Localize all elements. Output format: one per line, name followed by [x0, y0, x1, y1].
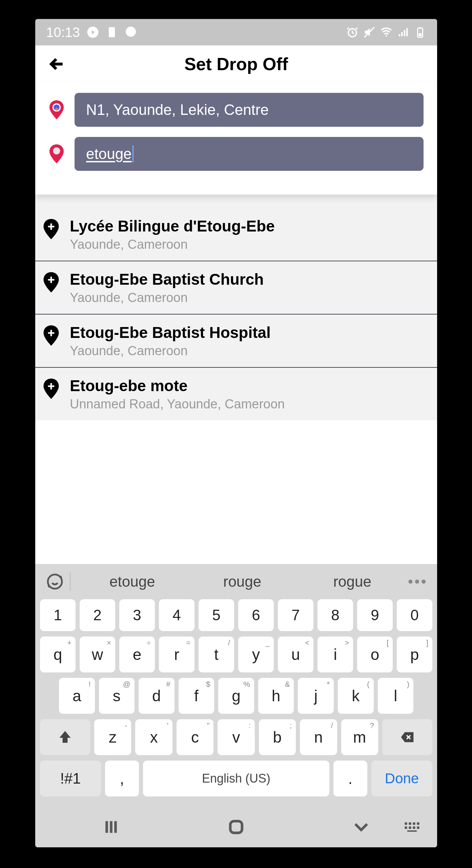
signal-icon: [397, 26, 409, 38]
music-icon: [87, 26, 99, 38]
keyboard-row-bottom: !#1 , English (US) . Done: [35, 761, 437, 807]
suggestion-item[interactable]: Etoug-Ebe Baptist Church Yaounde, Camero…: [35, 261, 437, 315]
key-r[interactable]: =r: [159, 637, 194, 672]
key-space[interactable]: English (US): [143, 761, 329, 796]
nav-back-button[interactable]: [348, 817, 375, 837]
key-3[interactable]: 3: [119, 599, 155, 631]
key-shift[interactable]: [40, 719, 90, 755]
key-u[interactable]: <u: [278, 637, 313, 672]
key-d[interactable]: #d: [139, 678, 175, 714]
alarm-icon: [346, 26, 358, 38]
svg-rect-7: [419, 27, 421, 28]
suggestion-title: Etoug-Ebe Baptist Church: [70, 270, 264, 288]
suggestion-text: Lycée Bilingue d'Etoug-Ebe Yaounde, Came…: [70, 217, 275, 252]
svg-point-5: [386, 35, 387, 37]
keyboard-row-2: !a @s #d $f %g &h *j (k )l: [35, 678, 437, 714]
keyboard-row-3: -z 'x "c :v ;b /n ?m: [35, 719, 437, 755]
key-5[interactable]: 5: [199, 599, 234, 631]
key-m[interactable]: ?m: [341, 719, 378, 755]
nav-recents-button[interactable]: [98, 817, 125, 837]
android-nav-bar: [35, 807, 437, 847]
suggestion-text: Etoug-ebe mote Unnamed Road, Yaounde, Ca…: [70, 377, 285, 411]
key-c[interactable]: "c: [177, 719, 213, 755]
key-n[interactable]: /n: [300, 719, 337, 755]
key-8[interactable]: 8: [317, 599, 353, 631]
back-button[interactable]: [47, 54, 67, 74]
key-period[interactable]: .: [333, 761, 367, 796]
key-h[interactable]: &h: [258, 678, 294, 714]
destination-value: etouge: [86, 145, 132, 162]
prediction-word[interactable]: rouge: [187, 573, 297, 590]
key-y[interactable]: _y: [238, 637, 274, 672]
prediction-more-button[interactable]: •••: [407, 573, 428, 590]
destination-input[interactable]: etouge: [75, 137, 424, 171]
key-z[interactable]: -z: [94, 719, 131, 755]
place-pin-icon: [43, 272, 60, 292]
key-l[interactable]: )l: [378, 678, 414, 714]
phone-screen: 10:13 Set Drop Off: [35, 19, 437, 847]
key-x[interactable]: 'x: [135, 719, 172, 755]
key-w[interactable]: ×w: [80, 637, 115, 672]
key-4[interactable]: 4: [159, 599, 194, 631]
suggestion-title: Etoug-Ebe Baptist Hospital: [70, 323, 271, 342]
key-s[interactable]: @s: [99, 678, 135, 714]
key-comma[interactable]: ,: [105, 761, 139, 796]
svg-point-15: [405, 823, 407, 824]
origin-value: N1, Yaounde, Lekie, Centre: [86, 101, 269, 118]
svg-point-13: [48, 574, 62, 589]
key-f[interactable]: $f: [179, 678, 214, 714]
key-t[interactable]: /t: [199, 637, 234, 672]
keyboard-row-1: +q ×w ÷e =r /t _y <u >i [o ]p: [35, 637, 437, 672]
emoji-button[interactable]: [45, 571, 65, 592]
suggestion-item[interactable]: Lycée Bilingue d'Etoug-Ebe Yaounde, Came…: [35, 208, 437, 261]
key-g[interactable]: %g: [218, 678, 254, 714]
key-symbols[interactable]: !#1: [40, 761, 101, 796]
suggestion-title: Etoug-ebe mote: [70, 377, 285, 395]
status-right: [346, 26, 426, 38]
prediction-separator: [70, 572, 70, 591]
nav-home-button[interactable]: [223, 817, 250, 837]
key-k[interactable]: (k: [338, 678, 374, 714]
header: Set Drop Off: [35, 45, 437, 83]
key-v[interactable]: :v: [218, 719, 254, 755]
key-6[interactable]: 6: [238, 599, 274, 631]
home-icon: [227, 818, 245, 836]
device-icon: [106, 26, 118, 38]
svg-point-22: [417, 827, 419, 828]
suggestion-item[interactable]: Etoug-Ebe Baptist Hospital Yaounde, Came…: [35, 315, 437, 368]
status-time-group: 10:13: [46, 25, 137, 40]
keyboard-icon: [404, 821, 420, 833]
keyboard: etouge rouge rogue ••• 1 2 3 4 5 6 7 8 9…: [35, 564, 437, 847]
text-cursor: [132, 145, 134, 162]
svg-rect-14: [230, 821, 242, 833]
backspace-icon: [400, 730, 415, 745]
origin-row: N1, Yaounde, Lekie, Centre: [49, 93, 424, 127]
prediction-word[interactable]: rogue: [297, 573, 407, 590]
key-q[interactable]: +q: [40, 637, 76, 672]
shift-icon: [58, 730, 73, 745]
wifi-icon: [380, 26, 392, 38]
origin-input[interactable]: N1, Yaounde, Lekie, Centre: [75, 93, 424, 127]
suggestion-subtitle: Yaounde, Cameroon: [70, 290, 264, 305]
key-1[interactable]: 1: [40, 599, 76, 631]
status-time: 10:13: [46, 25, 80, 40]
key-j[interactable]: *j: [298, 678, 334, 714]
nav-keyboard-toggle[interactable]: [398, 817, 426, 837]
key-e[interactable]: ÷e: [119, 637, 155, 672]
key-0[interactable]: 0: [397, 599, 432, 631]
suggestion-item[interactable]: Etoug-ebe mote Unnamed Road, Yaounde, Ca…: [35, 368, 437, 420]
prediction-word[interactable]: etouge: [77, 573, 187, 590]
svg-point-12: [53, 147, 60, 155]
key-b[interactable]: ;b: [259, 719, 296, 755]
key-i[interactable]: >i: [317, 637, 353, 672]
key-o[interactable]: [o: [357, 637, 393, 672]
battery-icon: [414, 26, 426, 38]
key-backspace[interactable]: [382, 719, 432, 755]
key-done[interactable]: Done: [371, 761, 432, 796]
key-2[interactable]: 2: [80, 599, 115, 631]
key-7[interactable]: 7: [278, 599, 313, 631]
key-a[interactable]: !a: [59, 678, 95, 714]
key-9[interactable]: 9: [357, 599, 393, 631]
key-p[interactable]: ]p: [397, 637, 432, 672]
place-pin-icon: [43, 219, 60, 239]
